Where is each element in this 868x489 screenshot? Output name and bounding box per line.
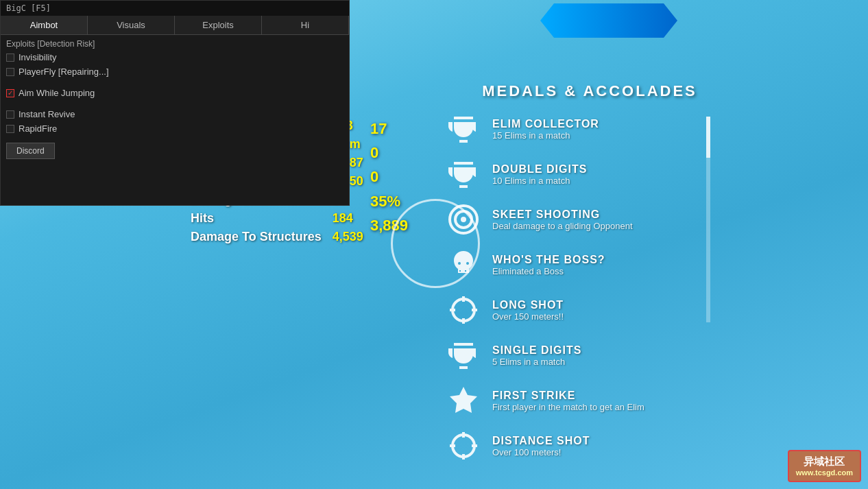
medal-name-0: ELIM COLLECTOR: [492, 118, 599, 130]
stat-row-6: Damage To Structures 4,539: [185, 228, 369, 246]
medal-icon-4: [446, 292, 481, 328]
medal-text-6: FIRST STRIKE First player in the match t…: [492, 390, 644, 412]
tab-aimbot[interactable]: Aimbot: [1, 16, 88, 34]
item-playerfly[interactable]: PlayerFly [Repairing...]: [1, 64, 349, 79]
medal-name-1: DOUBLE DIGITS: [492, 163, 587, 176]
item-aim-jumping[interactable]: Aim While Jumping: [1, 86, 349, 100]
medal-desc-1: 10 Elims in a match: [492, 176, 587, 186]
checkbox-playerfly[interactable]: [6, 68, 14, 76]
checkbox-rapidfire[interactable]: [6, 125, 14, 133]
label-playerfly: PlayerFly [Repairing...]: [19, 67, 109, 77]
medal-text-7: DISTANCE SHOT Over 100 meters!: [492, 435, 590, 457]
stat-val-0a: 0: [370, 141, 408, 165]
svg-point-8: [453, 435, 474, 457]
stat-value-5: 184: [327, 209, 369, 228]
target-reticle: [391, 199, 480, 288]
medal-desc-3: Eliminated a Boss: [492, 266, 605, 276]
medal-desc-4: Over 150 meters!!: [492, 311, 564, 322]
watermark-url: www.tcsgd.com: [796, 468, 853, 477]
item-instant-revive[interactable]: Instant Revive: [1, 107, 349, 121]
medals-section: MEDALS & ACCOLADES ELIM COLLECTOR 15 Eli…: [446, 82, 734, 473]
medal-item-2: SKEET SHOOTING Deal damage to a gliding …: [446, 202, 734, 237]
cheat-tabs: Aimbot Visuals Exploits Hi: [1, 16, 349, 35]
medal-name-5: SINGLE DIGITS: [492, 344, 581, 357]
stat-row-5: Hits 184: [185, 209, 369, 228]
medal-name-4: LONG SHOT: [492, 299, 564, 311]
checkbox-aim-jumping[interactable]: [6, 89, 14, 97]
medal-icon-5: [446, 337, 481, 373]
cheat-menu: BigC [F5] Aimbot Visuals Exploits Hi Exp…: [0, 0, 350, 206]
tab-exploits[interactable]: Exploits: [175, 16, 262, 34]
medal-icon-1: [446, 156, 481, 192]
item-rapidfire[interactable]: RapidFire: [1, 121, 349, 136]
item-invisibility[interactable]: Invisibility: [1, 50, 349, 64]
medal-text-3: WHO'S THE BOSS? Eliminated a Boss: [492, 254, 605, 276]
stat-name-6: Damage To Structures: [185, 228, 327, 246]
medal-desc-6: First player in the match to get an Elim: [492, 402, 644, 412]
medal-text-0: ELIM COLLECTOR 15 Elims in a match: [492, 118, 599, 141]
top-banner: [350, 0, 868, 41]
medal-icon-0: [446, 111, 481, 147]
medal-desc-0: 15 Elims in a match: [492, 130, 599, 141]
stat-value-6: 4,539: [327, 228, 369, 246]
medal-name-6: FIRST STRIKE: [492, 390, 644, 402]
checkbox-instant-revive[interactable]: [6, 110, 14, 119]
label-rapidfire: RapidFire: [19, 123, 57, 134]
scrollbar-thumb: [706, 117, 710, 158]
label-invisibility: Invisibility: [19, 52, 57, 62]
label-aim-jumping: Aim While Jumping: [19, 88, 95, 98]
medal-item-5: SINGLE DIGITS 5 Elims in a match: [446, 337, 734, 373]
watermark-site: 异域社区: [796, 455, 853, 468]
watermark: 异域社区 www.tcsgd.com: [788, 450, 861, 482]
medal-text-2: SKEET SHOOTING Deal damage to a gliding …: [492, 208, 633, 231]
medal-text-4: LONG SHOT Over 150 meters!!: [492, 299, 564, 322]
medals-scrollbar[interactable]: [706, 117, 710, 322]
medal-text-5: SINGLE DIGITS 5 Elims in a match: [492, 344, 581, 367]
svg-point-3: [453, 299, 474, 321]
medal-icon-7: [446, 428, 481, 464]
medals-list: ELIM COLLECTOR 15 Elims in a match DOUBL…: [446, 111, 734, 464]
medal-desc-5: 5 Elims in a match: [492, 357, 581, 367]
medal-name-3: WHO'S THE BOSS?: [492, 254, 605, 266]
medal-name-7: DISTANCE SHOT: [492, 435, 590, 447]
cheat-title: BigC [F5]: [1, 1, 349, 16]
stat-val-17: 17: [370, 117, 408, 141]
medals-title: MEDALS & ACCOLADES: [446, 82, 734, 100]
medal-item-0: ELIM COLLECTOR 15 Elims in a match: [446, 111, 734, 147]
medal-item-7: DISTANCE SHOT Over 100 meters!: [446, 428, 734, 464]
medal-name-2: SKEET SHOOTING: [492, 208, 633, 221]
medal-item-1: DOUBLE DIGITS 10 Elims in a match: [446, 156, 734, 192]
stat-name-5: Hits: [185, 209, 327, 228]
stat-val-pct: 35%: [370, 189, 408, 213]
stat-val-0b: 0: [370, 165, 408, 189]
medal-item-3: WHO'S THE BOSS? Eliminated a Boss: [446, 247, 734, 283]
medal-icon-6: [446, 383, 481, 418]
section-title: Exploits [Detection Risk]: [1, 35, 349, 50]
medal-text-1: DOUBLE DIGITS 10 Elims in a match: [492, 163, 587, 186]
medal-item-4: LONG SHOT Over 150 meters!!: [446, 292, 734, 328]
discord-button[interactable]: Discord: [6, 143, 55, 159]
label-instant-revive: Instant Revive: [19, 109, 75, 119]
tab-hi[interactable]: Hi: [262, 16, 349, 34]
medal-desc-2: Deal damage to a gliding Opponent: [492, 221, 633, 231]
tab-visuals[interactable]: Visuals: [88, 16, 175, 34]
medal-item-6: FIRST STRIKE First player in the match t…: [446, 383, 734, 418]
top-item: [540, 3, 677, 38]
checkbox-invisibility[interactable]: [6, 53, 14, 62]
medal-desc-7: Over 100 meters!: [492, 447, 590, 457]
